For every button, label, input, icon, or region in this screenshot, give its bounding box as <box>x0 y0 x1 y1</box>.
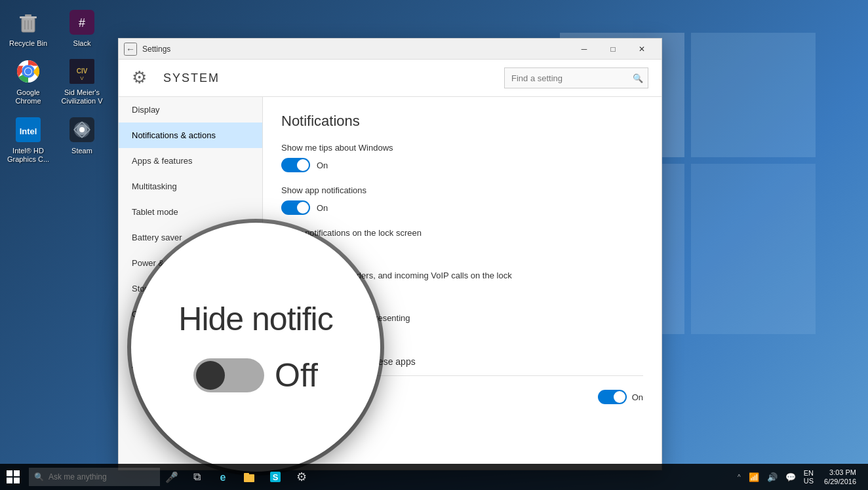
chrome-icon <box>14 57 43 86</box>
sidebar-item-notifications[interactable]: Notifications & actions <box>119 122 262 148</box>
tray-time: 3:03 PM <box>824 468 856 477</box>
sidebar-battery-label: Battery saver <box>132 233 182 242</box>
window-title: Settings <box>142 45 570 54</box>
desktop-icon-intel-graphics[interactable]: Intel Intel® HDGraphics C... <box>3 113 54 166</box>
start-button[interactable] <box>0 464 26 490</box>
svg-text:#: # <box>79 16 85 29</box>
svg-rect-2 <box>25 14 31 16</box>
tray-clock[interactable]: 3:03 PM 6/29/2016 <box>819 468 861 487</box>
zoom-toggle-section: Off <box>193 356 318 394</box>
desktop-icon-steam[interactable]: Steam <box>56 113 108 158</box>
tips-toggle[interactable] <box>281 158 310 172</box>
sidebar-item-apps[interactable]: Apps & features <box>119 148 262 174</box>
sidebar-display-label: Display <box>132 105 160 115</box>
settings-taskbar-button[interactable]: ⚙ <box>288 464 315 490</box>
system-tray: ^ 📶 🔊 💬 ENUS 3:03 PM 6/29/2016 <box>728 468 868 487</box>
file-explorer-button[interactable] <box>236 464 262 490</box>
windows-logo-icon <box>7 470 20 483</box>
svg-rect-23 <box>244 473 249 476</box>
system-gear-icon: ⚙ <box>132 67 153 88</box>
tips-toggle-label: On <box>317 160 328 170</box>
svg-text:e: e <box>220 472 226 483</box>
recycle-bin-icon <box>14 8 43 37</box>
svg-text:Intel: Intel <box>20 126 37 136</box>
desktop-icon-civ5[interactable]: CIV V Sid Meier'sCivilization V <box>56 54 108 108</box>
sidebar-item-tablet[interactable]: Tablet mode <box>119 199 262 225</box>
get-office-toggle-label: On <box>632 392 643 402</box>
desktop: Recycle Bin Google Chrome <box>0 0 868 490</box>
tips-toggle-knob <box>297 159 309 171</box>
maximize-button[interactable]: □ <box>599 39 627 60</box>
back-button[interactable]: ← <box>124 43 137 56</box>
intel-label: Intel® HDGraphics C... <box>7 147 49 164</box>
win-pane-2 <box>691 33 816 157</box>
tray-chevron[interactable]: ^ <box>735 472 743 482</box>
tray-network-icon[interactable]: 📶 <box>746 471 762 483</box>
desktop-icon-slack[interactable]: # Slack <box>56 5 108 50</box>
app-notif-toggle[interactable] <box>281 200 310 215</box>
app-notif-toggle-knob <box>297 202 309 214</box>
sidebar-apps-label: Apps & features <box>132 156 193 166</box>
sidebar-notifications-label: Notifications & actions <box>132 130 216 140</box>
task-view-button[interactable]: ⧉ <box>184 464 210 490</box>
chrome-label: Google Chrome <box>5 88 51 105</box>
cortana-mic-button[interactable]: 🎤 <box>160 464 184 490</box>
svg-rect-1 <box>20 16 37 18</box>
tips-setting-row: Show me tips about Windows On <box>281 143 643 172</box>
svg-text:V: V <box>80 75 84 81</box>
store-button[interactable]: S <box>262 464 288 490</box>
slack-label: Slack <box>73 39 91 48</box>
search-wrap: 🔍 <box>504 67 648 88</box>
desktop-icon-column-1: Recycle Bin Google Chrome <box>3 5 54 166</box>
settings-search-input[interactable] <box>504 67 648 88</box>
title-bar: ← Settings ─ □ ✕ <box>119 39 661 60</box>
minimize-button[interactable]: ─ <box>570 39 599 60</box>
app-notif-toggle-row: On <box>281 200 643 215</box>
win-pane-4 <box>691 164 816 334</box>
zoom-toggle-knob-big <box>196 361 225 390</box>
zoom-off-label: Off <box>275 356 318 394</box>
sidebar-item-display[interactable]: Display <box>119 97 262 122</box>
intel-icon: Intel <box>14 115 43 144</box>
notifications-title: Notifications <box>281 113 643 130</box>
desktop-icon-recycle-bin[interactable]: Recycle Bin <box>3 5 54 50</box>
system-title: SYSTEM <box>163 71 494 85</box>
taskbar-search-icon: 🔍 <box>34 472 44 481</box>
steam-icon <box>68 115 96 144</box>
civ-icon: CIV V <box>68 57 96 86</box>
sidebar-tablet-label: Tablet mode <box>132 207 178 217</box>
tips-toggle-row: On <box>281 158 643 172</box>
settings-header: ⚙ SYSTEM 🔍 <box>119 60 661 97</box>
tray-date: 6/29/2016 <box>824 477 856 486</box>
get-office-toggle-knob <box>614 391 625 403</box>
tray-speaker-icon[interactable]: 🔊 <box>764 471 780 483</box>
taskbar-search-input[interactable] <box>29 468 160 486</box>
lock-screen-label: Show notifications on the lock screen <box>281 228 643 238</box>
get-office-toggle-row: On <box>598 390 643 404</box>
zoom-overlay: Hide notific Off <box>131 223 380 472</box>
edge-button[interactable]: e <box>210 464 236 490</box>
zoom-toggle-big[interactable] <box>193 358 264 392</box>
app-notif-label: Show app notifications <box>281 185 643 195</box>
svg-point-20 <box>79 127 85 132</box>
svg-text:S: S <box>273 472 279 482</box>
desktop-icon-google-chrome[interactable]: Google Chrome <box>3 54 54 108</box>
get-office-toggle[interactable] <box>598 390 627 404</box>
tray-keyboard-icon[interactable]: ENUS <box>801 468 816 486</box>
steam-label: Steam <box>71 147 92 155</box>
slack-icon: # <box>68 8 96 37</box>
sidebar-item-multitasking[interactable]: Multitasking <box>119 174 262 199</box>
window-controls: ─ □ ✕ <box>570 39 656 60</box>
tips-label: Show me tips about Windows <box>281 143 643 153</box>
app-notif-toggle-label: On <box>317 203 328 213</box>
svg-text:CIV: CIV <box>77 67 88 75</box>
desktop-icon-column-2: # Slack CIV V Sid Meier'sCivilization V <box>56 5 108 158</box>
recycle-bin-label: Recycle Bin <box>9 39 47 48</box>
zoom-text: Hide notific <box>178 300 332 338</box>
close-button[interactable]: ✕ <box>627 39 656 60</box>
civ-label: Sid Meier'sCivilization V <box>62 88 103 105</box>
sidebar-multitasking-label: Multitasking <box>132 181 177 191</box>
taskbar: 🔍 🎤 ⧉ e S ⚙ ^ 📶 🔊 💬 ENUS 3:03 PM 6 <box>0 464 868 490</box>
tray-action-center-icon[interactable]: 💬 <box>783 471 799 483</box>
svg-point-9 <box>25 68 31 75</box>
